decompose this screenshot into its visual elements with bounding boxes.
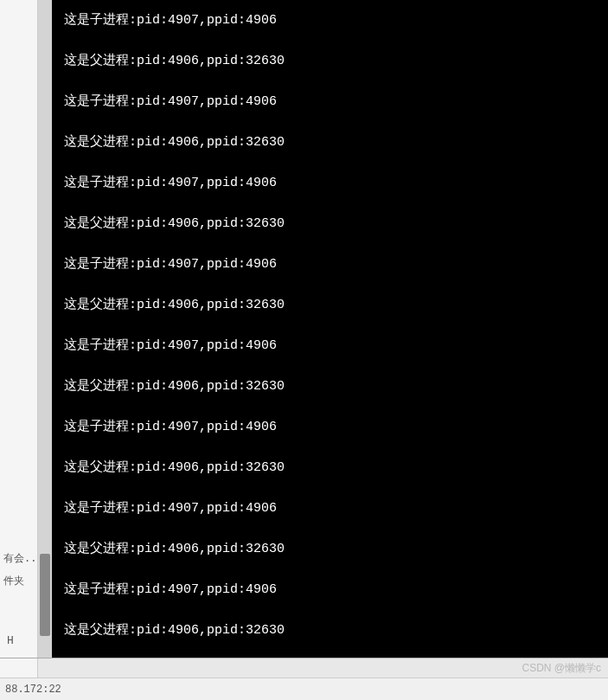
scrollbar-track[interactable] — [38, 0, 52, 658]
divider — [0, 658, 608, 658]
scrollbar-thumb[interactable] — [40, 554, 50, 636]
terminal-line: 这是父进程:pid:4906,ppid:32630 — [64, 539, 608, 560]
terminal-output[interactable]: 这是子进程:pid:4907,ppid:4906 这是父进程:pid:4906,… — [52, 0, 608, 658]
sidebar-item[interactable]: 有会... — [0, 548, 38, 570]
terminal-line: 这是子进程:pid:4907,ppid:4906 — [64, 498, 608, 519]
terminal-line: 这是父进程:pid:4906,ppid:32630 — [64, 376, 608, 397]
terminal-line: 这是父进程:pid:4906,ppid:32630 — [64, 214, 608, 234]
terminal-line: 这是子进程:pid:4907,ppid:4906 — [64, 173, 608, 194]
terminal-line: 这是子进程:pid:4907,ppid:4906 — [64, 92, 608, 112]
terminal-line: 这是父进程:pid:4906,ppid:32630 — [64, 132, 608, 153]
status-bar: 88.172:22 — [0, 678, 608, 700]
terminal-line: 这是子进程:pid:4907,ppid:4906 — [64, 10, 608, 31]
watermark-text: CSDN @懒懒学c — [522, 661, 601, 676]
terminal-line: 这是子进程:pid:4907,ppid:4906 — [64, 254, 608, 275]
sidebar-item[interactable]: 件夹 — [0, 570, 38, 593]
terminal-line: 这是子进程:pid:4907,ppid:4906 — [64, 580, 608, 600]
terminal-line: 这是父进程:pid:4906,ppid:32630 — [64, 295, 608, 316]
sidebar-label-h: H — [7, 634, 14, 647]
terminal-line: 这是子进程:pid:4907,ppid:4906 — [64, 417, 608, 438]
terminal-line: 这是父进程:pid:4906,ppid:32630 — [64, 458, 608, 478]
sidebar-items: 有会... 件夹 — [0, 548, 38, 593]
terminal-line: 这是父进程:pid:4906,ppid:32630 — [64, 620, 608, 641]
sidebar-panel: 有会... 件夹 H — [0, 0, 38, 700]
terminal-line: 这是父进程:pid:4906,ppid:32630 — [64, 51, 608, 72]
terminal-line: 这是子进程:pid:4907,ppid:4906 — [64, 336, 608, 356]
status-ip: 88.172:22 — [5, 684, 61, 696]
